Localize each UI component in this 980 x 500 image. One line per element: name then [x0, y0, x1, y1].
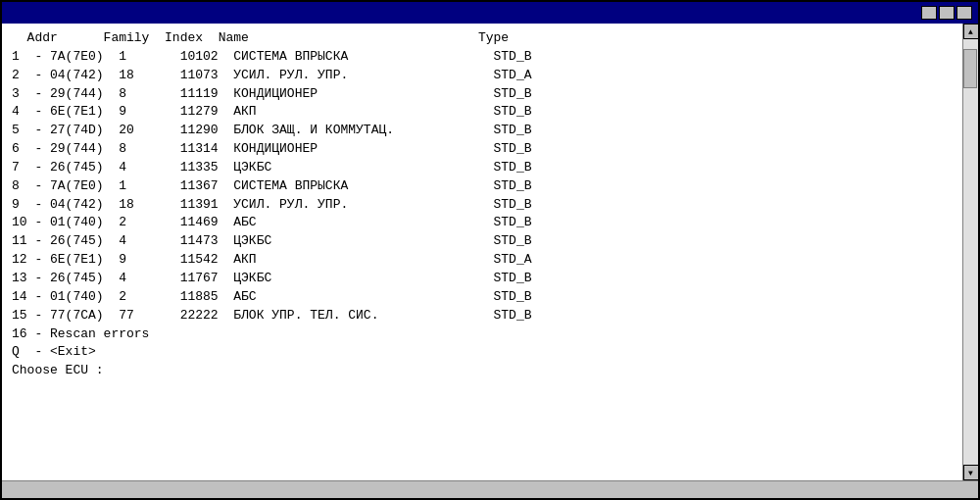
status-bar: [2, 480, 978, 498]
title-bar: [2, 2, 978, 24]
scroll-down-button[interactable]: ▼: [963, 465, 979, 480]
scrollbar-thumb[interactable]: [963, 49, 977, 88]
minimize-button[interactable]: [921, 6, 937, 20]
main-window: Addr Family Index Name Type 1 - 7A(7E0) …: [0, 0, 980, 500]
window-controls: [921, 6, 972, 20]
scrollbar[interactable]: ▲ ▼: [962, 24, 978, 480]
close-button[interactable]: [956, 6, 972, 20]
content-area: Addr Family Index Name Type 1 - 7A(7E0) …: [2, 24, 978, 480]
scrollbar-track[interactable]: [963, 39, 979, 465]
scroll-up-button[interactable]: ▲: [963, 24, 979, 39]
maximize-button[interactable]: [939, 6, 955, 20]
terminal-output: Addr Family Index Name Type 1 - 7A(7E0) …: [2, 24, 962, 480]
